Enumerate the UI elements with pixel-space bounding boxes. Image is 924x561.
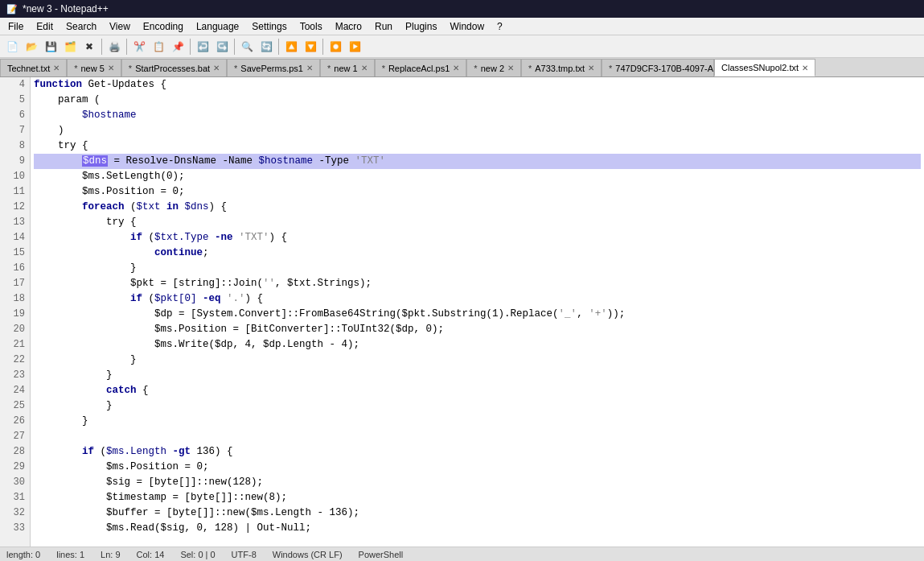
line-num-13: 13 [5,215,25,230]
code-line-6: $hostname [34,108,921,123]
status-col: Col: 14 [137,550,165,559]
menu-macro[interactable]: Macro [329,18,368,35]
line-num-17: 17 [5,276,25,291]
code-area[interactable]: function Get-Updates { param ( $hostname… [31,77,924,547]
tab-a733[interactable]: * A733.tmp.txt ✕ [521,59,602,76]
menu-file[interactable]: File [2,18,30,35]
line-num-6: 6 [5,108,25,123]
tab-bar: Technet.txt ✕ * new 5 ✕ * StartProcesses… [0,58,924,77]
line-num-29: 29 [5,460,25,475]
zoom-out-button[interactable]: 🔽 [302,38,319,56]
tab-close-classessnupol2[interactable]: ✕ [802,64,808,72]
zoom-in-button[interactable]: 🔼 [282,38,300,56]
tab-close-saveperms[interactable]: ✕ [306,64,313,72]
title-bar: 📝 *new 3 - Notepad++ [0,0,924,18]
code-line-17: $pkt = [string]::Join('', $txt.Strings); [34,276,921,291]
line-num-11: 11 [5,184,25,200]
menu-run[interactable]: Run [368,18,399,35]
tab-modified-indicator: * [327,64,331,73]
code-line-18: if ($pkt[0] -eq '.') { [34,291,921,307]
menu-search[interactable]: Search [60,18,103,35]
paste-button[interactable]: 📌 [169,38,187,56]
status-ln: Ln: 9 [101,550,120,559]
code-line-7: ) [34,123,921,138]
line-num-20: 20 [5,322,25,337]
save-all-button[interactable]: 🗂️ [61,38,79,56]
line-num-27: 27 [5,429,25,444]
save-button[interactable]: 💾 [42,38,60,56]
toolbar: 📄 📂 💾 🗂️ ✖ 🖨️ ✂️ 📋 📌 ↩️ ↪️ 🔍 🔄 🔼 🔽 ⏺️ ▶️ [0,35,924,58]
find-button[interactable]: 🔍 [238,38,256,56]
menu-bar: File Edit Search View Encoding Language … [0,18,924,35]
tab-close-replaceacl[interactable]: ✕ [453,64,459,72]
menu-language[interactable]: Language [190,18,245,35]
status-type: PowerShell [359,550,404,559]
code-line-28: if ($ms.Length -gt 136) { [34,444,921,460]
cut-button[interactable]: ✂️ [130,38,148,56]
code-line-9: $dns = Resolve-DnsName -Name $hostname -… [34,154,921,169]
tab-modified-indicator: * [528,64,532,73]
separator-6 [322,39,323,55]
line-num-16: 16 [5,261,25,276]
tab-replaceacl[interactable]: * ReplaceAcl.ps1 ✕ [375,59,467,76]
tab-747d9cf3[interactable]: * 747D9CF3-170B-4097-A847-D75876F01A8C (… [602,59,714,76]
tab-label: Technet.txt [7,64,50,73]
redo-button[interactable]: ↪️ [213,38,231,56]
tab-close-new2[interactable]: ✕ [507,64,514,72]
new-button[interactable]: 📄 [3,38,21,56]
menu-help[interactable]: ? [491,18,509,35]
tab-modified-indicator: * [129,64,132,73]
tab-startprocesses[interactable]: * StartProcesses.bat ✕ [121,59,227,76]
tab-new1[interactable]: * new 1 ✕ [320,59,375,76]
menu-plugins[interactable]: Plugins [399,18,443,35]
code-line-30: $sig = [byte[]]::new(128); [34,475,921,490]
line-num-21: 21 [5,337,25,353]
menu-window[interactable]: Window [443,18,491,35]
line-num-30: 30 [5,475,25,490]
line-num-7: 7 [5,123,25,138]
tab-new2[interactable]: * new 2 ✕ [466,59,521,76]
tab-saveperms[interactable]: * SavePerms.ps1 ✕ [227,59,320,76]
menu-tools[interactable]: Tools [294,18,329,35]
code-line-21: $ms.Write($dp, 4, $dp.Length - 4); [34,337,921,353]
app-icon: 📝 [6,4,18,14]
code-line-31: $timestamp = [byte[]]::new(8); [34,490,921,505]
tab-modified-indicator: * [234,64,237,73]
line-num-22: 22 [5,353,25,368]
separator-5 [278,39,279,55]
code-line-20: $ms.Position = [BitConverter]::ToUInt32(… [34,322,921,337]
code-line-25: } [34,398,921,414]
line-num-32: 32 [5,505,25,521]
tab-modified-indicator: * [382,64,385,73]
menu-view[interactable]: View [103,18,137,35]
tab-modified-indicator: * [74,64,77,73]
code-line-10: $ms.SetLength(0); [34,169,921,184]
copy-button[interactable]: 📋 [150,38,167,56]
print-button[interactable]: 🖨️ [105,38,123,56]
tab-label: ReplaceAcl.ps1 [388,64,450,73]
code-line-23: } [34,368,921,383]
menu-settings[interactable]: Settings [245,18,293,35]
tab-close-new1[interactable]: ✕ [361,64,368,72]
run-macro-button[interactable]: ▶️ [346,38,363,56]
replace-button[interactable]: 🔄 [257,38,275,56]
close-button[interactable]: ✖ [80,38,98,56]
tab-new5[interactable]: * new 5 ✕ [67,59,121,76]
tab-technet[interactable]: Technet.txt ✕ [0,59,67,76]
undo-button[interactable]: ↩️ [194,38,211,56]
line-num-10: 10 [5,169,25,184]
tab-label: new 5 [80,64,104,73]
line-num-23: 23 [5,368,25,383]
line-numbers: 4 5 6 7 8 9 10 11 12 13 14 15 16 17 18 1… [0,77,31,547]
menu-edit[interactable]: Edit [30,18,60,35]
code-line-22: } [34,353,921,368]
menu-encoding[interactable]: Encoding [137,18,190,35]
tab-close-new5[interactable]: ✕ [108,64,114,72]
tab-close-a733[interactable]: ✕ [588,64,594,72]
tab-classessnupol2[interactable]: ClassesSNupol2.txt ✕ [714,59,815,76]
open-button[interactable]: 📂 [23,38,40,56]
tab-close-technet[interactable]: ✕ [53,64,60,72]
macro-button[interactable]: ⏺️ [326,38,344,56]
line-num-18: 18 [5,291,25,307]
tab-close-startprocesses[interactable]: ✕ [213,64,220,72]
